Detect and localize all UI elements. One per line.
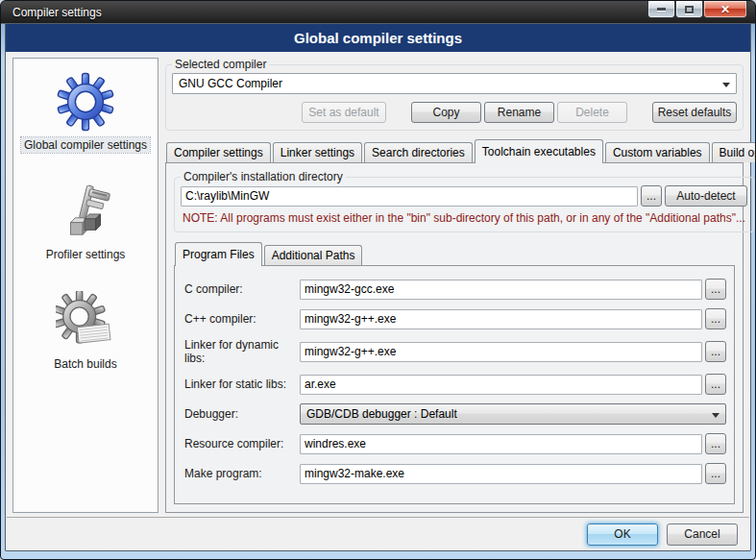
compiler-settings-window: Compiler settings ✕ Global compiler sett… — [0, 0, 756, 560]
sidebar-item-batch-builds[interactable]: Batch builds — [51, 291, 119, 372]
cpp-compiler-label: C++ compiler: — [184, 312, 300, 326]
make-program-input[interactable] — [300, 464, 702, 484]
linker-dynamic-browse-button[interactable]: ... — [705, 341, 726, 362]
minimize-icon — [657, 8, 666, 11]
rename-button[interactable]: Rename — [484, 102, 554, 123]
page-title: Global compiler settings — [294, 30, 462, 46]
gray-gear-documents-icon — [56, 291, 115, 351]
debugger-select-value: GDB/CDB debugger : Default — [306, 407, 457, 421]
compiler-select-value: GNU GCC Compiler — [179, 77, 282, 90]
selected-compiler-legend: Selected compiler — [172, 58, 269, 71]
dropdown-arrow-icon — [722, 83, 730, 87]
installation-note: NOTE: All programs must exist either in … — [183, 211, 745, 225]
linker-dynamic-input[interactable] — [300, 342, 702, 362]
cpp-compiler-browse-button[interactable]: ... — [705, 308, 726, 329]
resource-compiler-label: Resource compiler: — [184, 437, 300, 450]
c-compiler-browse-button[interactable]: ... — [705, 279, 726, 300]
settings-category-sidebar: Global compiler settings — [12, 58, 159, 513]
linker-static-browse-button[interactable]: ... — [705, 374, 726, 395]
cancel-button[interactable]: Cancel — [667, 523, 738, 546]
tab-linker-settings[interactable]: Linker settings — [273, 142, 362, 162]
close-icon: ✕ — [720, 3, 730, 16]
sidebar-item-label: Batch builds — [51, 356, 119, 372]
blue-gear-icon — [56, 72, 115, 132]
tab-custom-variables[interactable]: Custom variables — [605, 142, 710, 162]
sidebar-item-label: Global compiler settings — [21, 137, 150, 153]
reset-defaults-button[interactable]: Reset defaults — [652, 102, 737, 123]
set-as-default-button[interactable]: Set as default — [302, 102, 386, 123]
sidebar-item-label: Profiler settings — [43, 247, 129, 262]
tab-program-files[interactable]: Program Files — [175, 242, 262, 266]
debugger-label: Debugger: — [184, 407, 300, 421]
resource-compiler-input[interactable] — [300, 434, 702, 454]
copy-button[interactable]: Copy — [411, 102, 481, 123]
titlebar[interactable]: Compiler settings ✕ — [5, 1, 751, 23]
dropdown-arrow-icon — [712, 413, 719, 418]
linker-static-input[interactable] — [300, 375, 702, 395]
dialog-header: Global compiler settings — [6, 24, 750, 52]
installation-directory-group: Compiler's installation directory ... Au… — [174, 170, 754, 232]
c-compiler-input[interactable] — [300, 280, 702, 300]
linker-static-label: Linker for static libs: — [184, 377, 300, 391]
installation-directory-input[interactable] — [181, 186, 638, 207]
sidebar-item-global-compiler-settings[interactable]: Global compiler settings — [21, 72, 150, 153]
auto-detect-button[interactable]: Auto-detect — [665, 185, 747, 207]
compiler-select[interactable]: GNU GCC Compiler — [172, 73, 737, 94]
tab-compiler-settings[interactable]: Compiler settings — [166, 142, 271, 162]
program-files-panel: C compiler: ... C++ compiler: ... Linker… — [174, 265, 735, 504]
tab-toolchain-executables[interactable]: Toolchain executables — [475, 139, 603, 163]
resource-compiler-browse-button[interactable]: ... — [705, 433, 726, 454]
window-title: Compiler settings — [12, 6, 102, 19]
maximize-icon — [685, 6, 694, 13]
installation-directory-browse-button[interactable]: ... — [641, 185, 662, 207]
tab-search-directories[interactable]: Search directories — [364, 142, 473, 162]
toolchain-executables-panel: Compiler's installation directory ... Au… — [165, 162, 744, 513]
maximize-button[interactable] — [675, 1, 703, 18]
debugger-select[interactable]: GDB/CDB debugger : Default — [300, 403, 726, 425]
footer: OK Cancel — [6, 518, 750, 550]
caliper-icon — [56, 182, 115, 241]
close-button[interactable]: ✕ — [703, 1, 747, 18]
cpp-compiler-input[interactable] — [300, 309, 702, 329]
installation-directory-legend: Compiler's installation directory — [181, 170, 346, 183]
minimize-button[interactable] — [647, 1, 675, 18]
selected-compiler-group: Selected compiler GNU GCC Compiler Set a… — [165, 58, 744, 131]
linker-dynamic-label: Linker for dynamic libs: — [184, 338, 300, 365]
delete-button[interactable]: Delete — [557, 102, 627, 123]
c-compiler-label: C compiler: — [184, 282, 300, 296]
dialog-client-area: Global compiler settings — [5, 23, 751, 551]
window-controls: ✕ — [647, 1, 747, 18]
make-program-browse-button[interactable]: ... — [705, 463, 726, 484]
sidebar-item-profiler-settings[interactable]: Profiler settings — [43, 182, 129, 262]
tab-build-options[interactable]: Build options — [712, 142, 756, 162]
settings-tabstrip: Compiler settings Linker settings Search… — [165, 139, 744, 162]
tab-additional-paths[interactable]: Additional Paths — [264, 245, 363, 265]
make-program-label: Make program: — [184, 467, 300, 480]
ok-button[interactable]: OK — [587, 523, 658, 546]
program-files-tabstrip: Program Files Additional Paths — [174, 242, 735, 265]
